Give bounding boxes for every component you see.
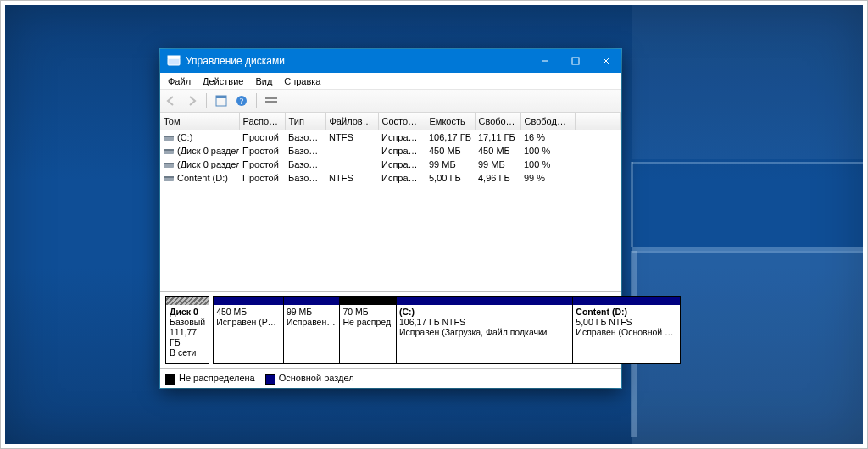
toolbar: ? — [160, 90, 621, 113]
legend: Не распределена Основной раздел — [160, 369, 621, 388]
app-icon — [167, 55, 181, 67]
legend-primary: Основной раздел — [265, 373, 354, 384]
close-button[interactable] — [591, 49, 621, 73]
legend-unallocated: Не распределена — [165, 373, 255, 384]
svg-rect-3 — [572, 58, 579, 64]
disk-stripe — [166, 297, 209, 305]
table-row[interactable]: (C:)ПростойБазовыйNTFSИсправен...106,17 … — [160, 130, 621, 145]
svg-rect-13 — [164, 136, 174, 137]
col-layout[interactable]: Располо... — [239, 113, 285, 130]
help-button[interactable]: ? — [234, 93, 249, 108]
col-free[interactable]: Свободн... — [475, 113, 520, 130]
refresh-button[interactable] — [214, 93, 229, 108]
disk-status: В сети — [170, 347, 205, 358]
drive-icon — [164, 147, 174, 155]
menu-bar: Файл Действие Вид Справка — [160, 73, 621, 90]
disk-size: 111,77 ГБ — [170, 327, 205, 347]
partition[interactable]: 450 МБИсправен (Раздел — [213, 296, 284, 364]
drive-icon — [164, 174, 174, 182]
svg-rect-15 — [164, 149, 174, 151]
col-status[interactable]: Состояние — [378, 113, 426, 130]
disk-partitions: 450 МБИсправен (Раздел99 МБИсправен (Ш70… — [213, 296, 676, 364]
disk-type: Базовый — [170, 317, 205, 327]
svg-rect-7 — [216, 96, 226, 98]
menu-action[interactable]: Действие — [197, 75, 249, 88]
partition[interactable]: 70 МБНе распред — [339, 296, 396, 364]
drive-icon — [164, 160, 174, 169]
nav-back-button[interactable] — [164, 93, 179, 108]
drive-icon — [164, 133, 174, 141]
svg-rect-10 — [265, 97, 277, 99]
disk-graphical-view[interactable]: Диск 0 Базовый 111,77 ГБ В сети 450 МБИс… — [160, 292, 621, 369]
window-title: Управление дисками — [186, 55, 285, 67]
disk-meta[interactable]: Диск 0 Базовый 111,77 ГБ В сети — [165, 296, 209, 364]
column-headers[interactable]: Том Располо... Тип Файловая с... Состоян… — [160, 113, 621, 130]
partition[interactable]: Content (D:)5,00 ГБ NTFSИсправен (Основн… — [572, 296, 681, 364]
svg-rect-1 — [168, 56, 180, 58]
partition[interactable]: 99 МБИсправен (Ш — [283, 296, 340, 364]
volume-list[interactable]: Том Располо... Тип Файловая с... Состоян… — [160, 113, 621, 292]
disk-management-window: Управление дисками Файл Действие Вид Спр… — [160, 49, 621, 388]
table-row[interactable]: (Диск 0 раздел 2)ПростойБазовыйИсправен.… — [160, 158, 621, 171]
svg-rect-0 — [168, 58, 180, 65]
col-fs[interactable]: Файловая с... — [326, 113, 378, 130]
col-freepct[interactable]: Свободно % — [520, 113, 575, 130]
col-volume[interactable]: Том — [160, 113, 239, 130]
col-type[interactable]: Тип — [285, 113, 326, 130]
minimize-button[interactable] — [530, 49, 560, 73]
toolbar-separator — [256, 93, 257, 108]
nav-forward-button[interactable] — [184, 93, 199, 108]
maximize-button[interactable] — [560, 49, 591, 73]
menu-help[interactable]: Справка — [278, 75, 326, 88]
svg-rect-11 — [265, 101, 277, 103]
desktop-wallpaper: Управление дисками Файл Действие Вид Спр… — [5, 5, 863, 444]
svg-rect-19 — [164, 176, 174, 178]
table-row[interactable]: (Диск 0 раздел 1)ПростойБазовыйИсправен.… — [160, 144, 621, 158]
menu-file[interactable]: Файл — [162, 75, 197, 88]
titlebar[interactable]: Управление дисками — [160, 49, 621, 73]
svg-text:?: ? — [240, 97, 244, 106]
col-capacity[interactable]: Емкость — [426, 113, 475, 130]
menu-view[interactable]: Вид — [249, 75, 278, 88]
list-view-button[interactable] — [264, 93, 279, 108]
swatch-unallocated — [165, 374, 175, 385]
partition[interactable]: (C:)106,17 ГБ NTFSИсправен (Загрузка, Фа… — [396, 296, 573, 364]
disk-name: Диск 0 — [170, 307, 205, 317]
table-row[interactable]: Content (D:)ПростойБазовыйNTFSИсправен..… — [160, 171, 621, 185]
svg-rect-17 — [164, 163, 174, 164]
toolbar-separator — [206, 93, 207, 108]
swatch-primary — [265, 374, 275, 385]
